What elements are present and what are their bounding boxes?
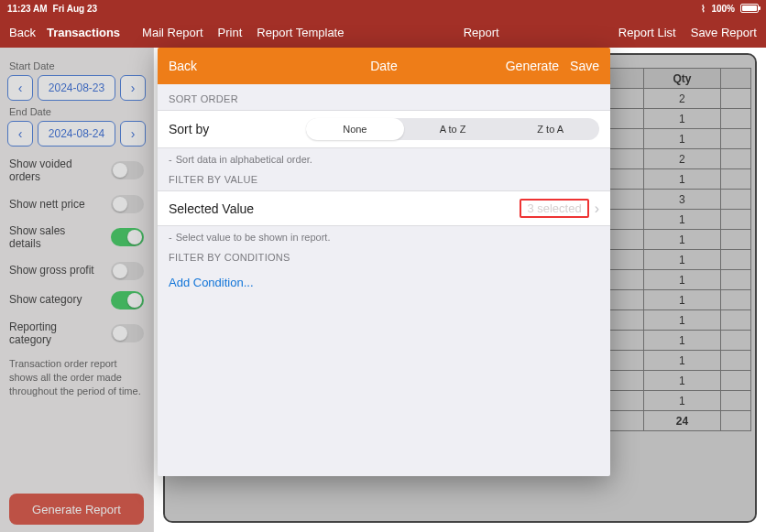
modal-save-button[interactable]: Save	[570, 59, 599, 73]
sort-by-row: Sort by None A to Z Z to A	[158, 110, 610, 148]
sort-by-label: Sort by	[169, 122, 209, 136]
end-date-next-button[interactable]: ›	[120, 121, 146, 147]
status-time: 11:23 AM	[7, 4, 48, 14]
wifi-icon: ⌇	[701, 4, 706, 14]
toggle-gross-label: Show gross profit	[9, 264, 94, 277]
hint-dash: -	[169, 232, 176, 243]
toggle-reporting-category[interactable]	[111, 324, 144, 342]
toggle-nett[interactable]	[111, 195, 144, 213]
sort-order-section-label: SORT ORDER	[158, 84, 610, 110]
selected-value-row[interactable]: Selected Value 3 selected ›	[158, 190, 610, 226]
date-config-modal: Back Date Generate Save SORT ORDER Sort …	[158, 48, 610, 476]
chevron-right-icon: ›	[131, 81, 136, 95]
modal-header: Back Date Generate Save	[158, 48, 610, 84]
top-nav: Back Transactions Mail Report Print Repo…	[0, 16, 766, 48]
modal-back-button[interactable]: Back	[169, 59, 197, 73]
selected-value-count: 3 selected	[520, 199, 588, 218]
add-condition-button[interactable]: Add Condition...	[158, 268, 610, 297]
nav-title: Transactions	[47, 26, 120, 39]
nav-back-button[interactable]: Back	[9, 26, 36, 39]
toggle-voided-label: Show voided orders	[9, 157, 99, 184]
nav-mail-report[interactable]: Mail Report	[142, 26, 202, 39]
start-date-label: Start Date	[9, 60, 144, 71]
toggle-sales-label: Show sales details	[9, 224, 99, 251]
toggle-voided[interactable]	[111, 161, 144, 179]
end-date-prev-button[interactable]: ‹	[7, 121, 33, 147]
chevron-right-icon: ›	[595, 201, 599, 217]
generate-report-button[interactable]: Generate Report	[9, 494, 144, 525]
selected-value-label: Selected Value	[169, 201, 254, 216]
battery-icon	[740, 4, 759, 13]
battery-percent: 100%	[711, 4, 735, 14]
toggle-sales[interactable]	[111, 228, 144, 246]
sort-segmented-control[interactable]: None A to Z Z to A	[306, 118, 599, 140]
chevron-left-icon: ‹	[18, 126, 23, 141]
nav-print[interactable]: Print	[218, 26, 243, 39]
nav-report-list[interactable]: Report List	[618, 26, 676, 39]
start-date-prev-button[interactable]: ‹	[7, 75, 33, 101]
modal-generate-button[interactable]: Generate	[506, 59, 559, 73]
end-date-label: End Date	[9, 106, 144, 117]
toggle-category[interactable]	[111, 291, 144, 309]
selected-hint: Select value to be shown in report.	[176, 232, 331, 243]
sort-hint: Sort data in alphabetical order.	[176, 154, 312, 165]
toggle-nett-label: Show nett price	[9, 198, 85, 211]
sort-option-za[interactable]: Z to A	[501, 118, 599, 140]
sidebar: Start Date ‹ 2024-08-23 › End Date ‹ 202…	[0, 48, 154, 532]
toggle-gross[interactable]	[111, 262, 144, 280]
nav-report-template[interactable]: Report Template	[257, 26, 344, 39]
nav-save-report[interactable]: Save Report	[691, 26, 757, 39]
chevron-right-icon: ›	[131, 126, 136, 141]
status-bar: 11:23 AM Fri Aug 23 ⌇ 100%	[0, 0, 766, 16]
nav-center-label: Report	[464, 26, 499, 39]
hint-dash: -	[169, 154, 176, 165]
toggle-category-label: Show category	[9, 293, 82, 306]
filter-value-section-label: FILTER BY VALUE	[158, 165, 610, 190]
sort-option-none[interactable]: None	[306, 118, 404, 140]
status-date: Fri Aug 23	[53, 4, 98, 14]
sort-option-az[interactable]: A to Z	[404, 118, 502, 140]
end-date-button[interactable]: 2024-08-24	[38, 121, 115, 147]
toggle-reporting-category-label: Reporting category	[9, 320, 99, 347]
filter-conditions-section-label: FILTER BY CONDITIONS	[158, 243, 610, 268]
chevron-left-icon: ‹	[18, 81, 23, 95]
start-date-next-button[interactable]: ›	[120, 75, 146, 101]
start-date-button[interactable]: 2024-08-23	[38, 75, 115, 101]
sidebar-description: Transaction order report shows all the o…	[9, 357, 144, 398]
